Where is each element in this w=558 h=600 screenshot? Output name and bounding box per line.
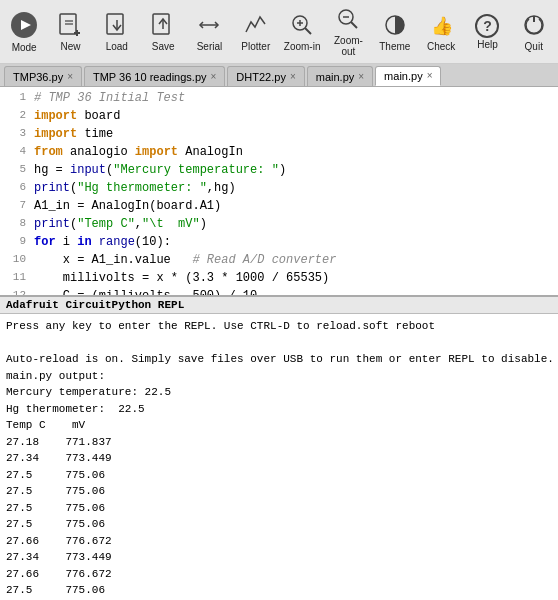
line-number: 8 — [4, 215, 26, 233]
repl-line: 27.5 775.06 — [6, 500, 552, 517]
line-content: # TMP 36 Initial Test — [34, 89, 185, 107]
repl-line: 27.34 773.449 — [6, 549, 552, 566]
load-button[interactable]: Load — [95, 10, 139, 54]
svg-line-17 — [351, 22, 357, 28]
quit-button[interactable]: Quit — [512, 10, 556, 54]
tab-tmp36py[interactable]: TMP36.py× — [4, 66, 82, 86]
quit-label: Quit — [525, 41, 543, 52]
repl-line: main.py output: — [6, 368, 552, 385]
new-label: New — [60, 41, 80, 52]
repl-line: Press any key to enter the REPL. Use CTR… — [6, 318, 552, 335]
zoom-out-button[interactable]: Zoom-out — [326, 4, 370, 59]
code-line-12: 12 C = (millivolts - 500) / 10 — [0, 287, 558, 297]
code-line-4: 4from analogio import AnalogIn — [0, 143, 558, 161]
tab-tmp3610py[interactable]: TMP 36 10 readings.py× — [84, 66, 225, 86]
line-content: print("Temp C","\t mV") — [34, 215, 207, 233]
repl-line: 27.5 775.06 — [6, 467, 552, 484]
tabs: TMP36.py×TMP 36 10 readings.py×DHT22.py×… — [0, 64, 558, 87]
line-content: A1_in = AnalogIn(board.A1) — [34, 197, 221, 215]
line-content: print("Hg thermometer: ",hg) — [34, 179, 236, 197]
repl-line: 27.66 776.672 — [6, 533, 552, 550]
quit-icon — [521, 12, 547, 40]
tab-close-dht22py[interactable]: × — [290, 72, 296, 82]
tab-close-mainpy2[interactable]: × — [427, 71, 433, 81]
svg-line-13 — [305, 28, 311, 34]
line-content: for i in range(10): — [34, 233, 171, 251]
repl-output[interactable]: Press any key to enter the REPL. Use CTR… — [0, 314, 558, 600]
line-content: millivolts = x * (3.3 * 1000 / 65535) — [34, 269, 329, 287]
plotter-label: Plotter — [241, 41, 270, 52]
line-number: 1 — [4, 89, 26, 107]
code-line-9: 9for i in range(10): — [0, 233, 558, 251]
line-number: 7 — [4, 197, 26, 215]
tab-mainpy2[interactable]: main.py× — [375, 66, 441, 86]
repl-line: Hg thermometer: 22.5 — [6, 401, 552, 418]
line-content: from analogio import AnalogIn — [34, 143, 243, 161]
mode-button[interactable]: Mode — [2, 9, 46, 55]
tab-mainpy[interactable]: main.py× — [307, 66, 373, 86]
tab-close-tmp36py[interactable]: × — [67, 72, 73, 82]
help-button[interactable]: ?Help — [465, 12, 509, 52]
serial-icon — [196, 12, 222, 40]
new-button[interactable]: New — [48, 10, 92, 54]
code-line-3: 3import time — [0, 125, 558, 143]
code-editor[interactable]: 1# TMP 36 Initial Test2import board3impo… — [0, 87, 558, 297]
line-content: import board — [34, 107, 120, 125]
repl-line: 27.5 775.06 — [6, 516, 552, 533]
code-line-8: 8print("Temp C","\t mV") — [0, 215, 558, 233]
theme-label: Theme — [379, 41, 410, 52]
code-line-5: 5hg = input("Mercury temperature: ") — [0, 161, 558, 179]
line-number: 9 — [4, 233, 26, 251]
svg-rect-7 — [107, 14, 123, 34]
help-icon: ? — [475, 14, 499, 38]
code-line-10: 10 x = A1_in.value # Read A/D converter — [0, 251, 558, 269]
svg-text:👍: 👍 — [431, 15, 454, 37]
repl-line: 27.5 775.06 — [6, 582, 552, 599]
line-number: 10 — [4, 251, 26, 269]
tab-close-tmp3610py[interactable]: × — [211, 72, 217, 82]
load-icon — [104, 12, 130, 40]
load-label: Load — [106, 41, 128, 52]
code-line-1: 1# TMP 36 Initial Test — [0, 89, 558, 107]
line-content: hg = input("Mercury temperature: ") — [34, 161, 286, 179]
serial-label: Serial — [197, 41, 223, 52]
tab-label-tmp36py: TMP36.py — [13, 71, 63, 83]
serial-button[interactable]: Serial — [187, 10, 231, 54]
save-button[interactable]: Save — [141, 10, 185, 54]
repl-line: 27.5 775.06 — [6, 483, 552, 500]
repl-line: 27.66 776.672 — [6, 566, 552, 583]
code-line-6: 6print("Hg thermometer: ",hg) — [0, 179, 558, 197]
check-button[interactable]: 👍Check — [419, 10, 463, 54]
tab-label-dht22py: DHT22.py — [236, 71, 286, 83]
line-number: 11 — [4, 269, 26, 287]
mode-icon — [10, 11, 38, 41]
toolbar: ModeNewLoadSaveSerialPlotterZoom-inZoom-… — [0, 0, 558, 64]
line-content: C = (millivolts - 500) / 10 — [34, 287, 257, 297]
zoom-in-icon — [289, 12, 315, 40]
repl-line: Auto-reload is on. Simply save files ove… — [6, 351, 552, 368]
repl-line — [6, 335, 552, 352]
tab-dht22py[interactable]: DHT22.py× — [227, 66, 304, 86]
zoom-in-button[interactable]: Zoom-in — [280, 10, 324, 54]
tab-label-mainpy: main.py — [316, 71, 355, 83]
code-line-11: 11 millivolts = x * (3.3 * 1000 / 65535) — [0, 269, 558, 287]
plotter-icon — [243, 12, 269, 40]
repl-line: 27.34 773.449 — [6, 450, 552, 467]
line-number: 3 — [4, 125, 26, 143]
zoom-out-label: Zoom-out — [328, 35, 368, 57]
mode-label: Mode — [12, 42, 37, 53]
tab-label-mainpy2: main.py — [384, 70, 423, 82]
code-line-7: 7A1_in = AnalogIn(board.A1) — [0, 197, 558, 215]
plotter-button[interactable]: Plotter — [234, 10, 278, 54]
repl-line: Mercury temperature: 22.5 — [6, 384, 552, 401]
line-number: 6 — [4, 179, 26, 197]
repl-line: 27.18 771.837 — [6, 434, 552, 451]
zoom-out-icon — [335, 6, 361, 34]
theme-button[interactable]: Theme — [373, 10, 417, 54]
help-label: Help — [477, 39, 498, 50]
save-icon — [150, 12, 176, 40]
line-content: import time — [34, 125, 113, 143]
repl-header: Adafruit CircuitPython REPL — [0, 297, 558, 314]
tab-close-mainpy[interactable]: × — [358, 72, 364, 82]
code-line-2: 2import board — [0, 107, 558, 125]
